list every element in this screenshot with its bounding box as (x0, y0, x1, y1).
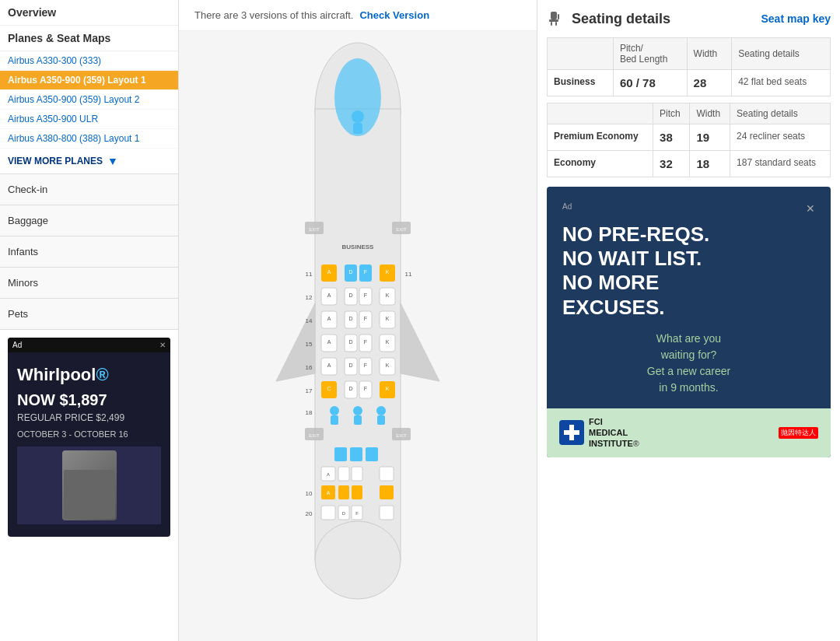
class-name: Economy (554, 157, 596, 168)
view-more-planes-button[interactable]: VIEW MORE PLANES ▼ (0, 149, 178, 174)
pitch-value: 32 (660, 157, 673, 170)
width-value: 19 (696, 131, 709, 144)
sidebar-menu-item-minors[interactable]: Minors (0, 268, 178, 299)
col2-header-width: Width (690, 103, 730, 124)
svg-text:A: A (327, 490, 331, 496)
left-advertisement: Ad ✕ Whirlpool® NOW $1,897 REGULAR PRICE… (8, 338, 170, 537)
check-version-link[interactable]: Check Version (359, 9, 429, 21)
plane-item[interactable]: Airbus A350-900 (359) Layout 2 (0, 90, 178, 110)
class-name: Premium Economy (554, 131, 639, 142)
svg-rect-81 (366, 447, 378, 461)
svg-rect-80 (350, 447, 362, 461)
svg-rect-79 (334, 447, 347, 461)
svg-text:11: 11 (306, 271, 313, 278)
ad-close-button[interactable]: ✕ (159, 341, 166, 349)
svg-text:EXIT: EXIT (309, 227, 320, 232)
svg-text:EXIT: EXIT (396, 227, 407, 232)
svg-rect-71 (354, 415, 362, 425)
seating-details-label: Seating details (572, 11, 670, 27)
svg-text:D: D (348, 386, 352, 391)
right-ad-label: Ad (562, 202, 572, 211)
svg-rect-90 (352, 485, 362, 499)
svg-text:12: 12 (306, 294, 313, 301)
svg-rect-93 (321, 506, 335, 520)
width-value: 18 (696, 157, 709, 170)
col-header-width: Width (687, 38, 732, 70)
svg-text:C: C (327, 386, 331, 391)
right-panel: Seating details Seat map key Pitch/Bed L… (537, 0, 840, 641)
plane-item[interactable]: Airbus A350-900 ULR (0, 110, 178, 129)
svg-text:K: K (386, 316, 390, 321)
svg-text:A: A (327, 316, 331, 321)
svg-text:A: A (327, 363, 331, 368)
sidebar: Overview Planes & Seat Maps Airbus A330-… (0, 0, 179, 641)
svg-text:A: A (327, 339, 331, 345)
plane-item[interactable]: Airbus A350-900 (359) Layout 1 (0, 71, 178, 90)
svg-text:EXIT: EXIT (309, 433, 320, 438)
svg-text:F: F (364, 363, 367, 368)
svg-text:14: 14 (306, 317, 313, 324)
version-banner: There are 3 versions of this aircraft. C… (179, 0, 537, 31)
ad-date: OCTOBER 3 - OCTOBER 16 (17, 429, 161, 439)
svg-rect-100 (551, 12, 557, 19)
width-value: 28 (694, 76, 707, 89)
svg-text:10: 10 (306, 490, 313, 497)
ad-logo-area: FCIMEDICALINSTITUTE® (559, 416, 639, 450)
pitch-value: 60 / 78 (620, 76, 656, 89)
svg-rect-7 (353, 123, 362, 134)
svg-text:K: K (386, 269, 390, 275)
sidebar-planes-header: Planes & Seat Maps (0, 26, 178, 51)
svg-text:F: F (355, 511, 359, 516)
svg-rect-107 (564, 430, 579, 435)
svg-text:15: 15 (306, 341, 313, 348)
business-seating-table: Pitch/Bed Length Width Seating details B… (547, 37, 831, 96)
right-ad-header: Ad ✕ (562, 202, 815, 215)
svg-rect-104 (558, 14, 559, 19)
col-header-details: Seating details (732, 38, 831, 70)
seat-map-svg: BUSINESS EXIT EXIT A D F K 11 11 A (272, 39, 443, 641)
svg-rect-86 (380, 467, 394, 481)
svg-text:D: D (348, 363, 352, 368)
svg-text:F: F (364, 386, 367, 391)
seating-details-title: Seating details (547, 9, 670, 28)
seat-detail: 24 recliner seats (737, 131, 805, 142)
svg-text:D: D (348, 269, 352, 275)
svg-text:17: 17 (306, 387, 313, 394)
ad-label: Ad (12, 341, 22, 349)
svg-text:K: K (386, 363, 390, 368)
sidebar-menu-item-pets[interactable]: Pets (0, 299, 178, 330)
sidebar-menu-item-check-in[interactable]: Check-in (0, 174, 178, 205)
col-header-pitch-bed: Pitch/Bed Length (613, 38, 687, 70)
ad-image (17, 447, 161, 524)
svg-text:A: A (327, 269, 331, 275)
sidebar-menu-item-infants[interactable]: Infants (0, 236, 178, 268)
main-content: There are 3 versions of this aircraft. C… (179, 0, 537, 641)
seat-icon (547, 9, 565, 28)
svg-marker-4 (401, 303, 439, 381)
svg-text:16: 16 (306, 364, 313, 371)
right-ad-close-button[interactable]: ✕ (806, 202, 815, 215)
svg-text:A: A (327, 472, 330, 477)
svg-text:EXIT: EXIT (396, 433, 407, 438)
svg-text:A: A (327, 292, 331, 298)
svg-point-72 (376, 406, 386, 415)
seat-map-key-link[interactable]: Seat map key (761, 12, 831, 25)
col-header-class (548, 38, 614, 70)
seat-map-container[interactable]: BUSINESS EXIT EXIT A D F K 11 11 A (179, 31, 537, 641)
ad-price-now: NOW $1,897 (17, 391, 161, 409)
ad-price-regular: REGULAR PRICE $2,499 (17, 412, 161, 423)
col2-header-class (548, 103, 653, 124)
svg-rect-102 (551, 22, 552, 26)
plane-item[interactable]: Airbus A330-300 (333) (0, 51, 178, 71)
ad-logo-text: FCIMEDICALINSTITUTE® (589, 416, 639, 450)
seat-detail: 42 flat bed seats (738, 76, 807, 87)
svg-point-68 (330, 406, 339, 415)
svg-text:K: K (386, 292, 390, 298)
sidebar-menu-item-baggage[interactable]: Baggage (0, 205, 178, 236)
economy-row: Premium Economy 38 19 24 recliner seats (548, 124, 831, 151)
ad-brand: Whirlpool® (17, 365, 161, 385)
seat-detail: 187 standard seats (737, 157, 816, 168)
plane-item[interactable]: Airbus A380-800 (388) Layout 1 (0, 129, 178, 149)
sidebar-item-overview[interactable]: Overview (0, 0, 178, 26)
svg-text:F: F (364, 339, 367, 345)
